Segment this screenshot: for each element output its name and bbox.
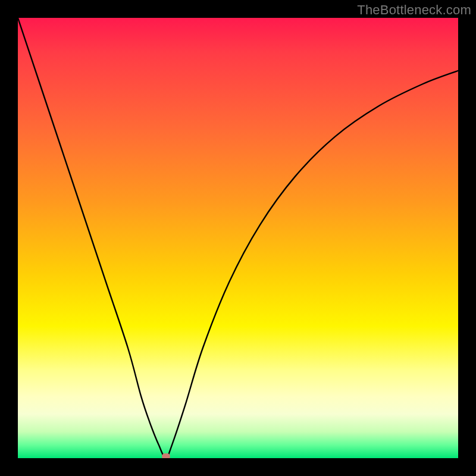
plot-area: [18, 18, 458, 458]
chart-frame: TheBottleneck.com: [0, 0, 476, 476]
bottleneck-curve: [18, 18, 458, 458]
watermark-text: TheBottleneck.com: [357, 2, 471, 18]
optimum-marker: [162, 453, 170, 458]
